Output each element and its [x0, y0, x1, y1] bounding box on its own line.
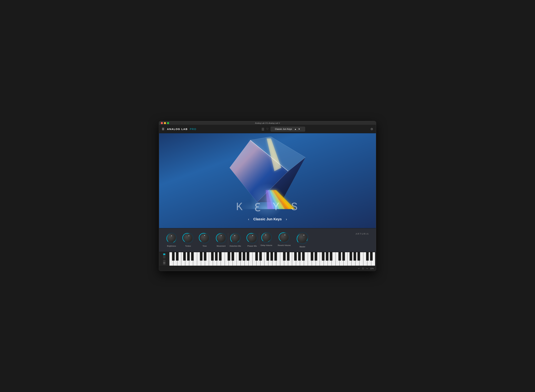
svg-rect-83	[228, 252, 230, 261]
svg-rect-109	[370, 252, 373, 261]
undo-icon[interactable]: ↩	[358, 267, 360, 270]
keys-decorative-text: K Ɛ Y S	[236, 201, 299, 215]
bottom-bar: ↩ ☰ ↪ 10%	[159, 266, 376, 271]
pitch-bend-thumb	[163, 254, 165, 255]
hero-section: K Ɛ Y S ‹ Classic Jun Keys ›	[159, 133, 376, 228]
svg-rect-105	[349, 252, 352, 261]
zoom-level: 10%	[370, 267, 374, 270]
master-knob-container: Master	[296, 232, 309, 248]
timbre-label: Timbre	[185, 245, 191, 247]
mod-wheel-slider[interactable]	[163, 260, 165, 265]
output-knobs-group: Delay Volume Reverb Volume	[261, 232, 309, 248]
master-label: Master	[300, 246, 305, 248]
svg-rect-95	[294, 252, 297, 261]
svg-rect-27	[193, 252, 197, 266]
preset-nav-arrows: ▲ ▼	[294, 128, 301, 131]
svg-rect-99	[315, 252, 317, 261]
keyboard-main	[169, 252, 376, 266]
close-dot[interactable]	[161, 122, 163, 124]
svg-rect-108	[366, 252, 369, 261]
divider-1	[228, 233, 228, 247]
mod-wheel-thumb	[163, 262, 165, 264]
minimize-dot[interactable]	[164, 122, 166, 124]
time-knob[interactable]	[199, 233, 210, 244]
playlist-icon[interactable]: |||	[262, 127, 264, 131]
key-letter-k: K	[236, 201, 244, 215]
svg-rect-78	[200, 252, 203, 261]
svg-rect-91	[270, 252, 273, 261]
svg-rect-82	[219, 252, 222, 261]
menu-list-icon[interactable]: ☰	[362, 267, 364, 270]
divider-2	[259, 233, 259, 247]
svg-rect-89	[259, 252, 262, 261]
distortion-mix-knob[interactable]	[230, 233, 241, 244]
phaser-mix-label: Phaser Mix	[247, 245, 257, 247]
svg-rect-100	[322, 252, 325, 261]
reverb-volume-knob[interactable]	[279, 232, 290, 243]
phaser-mix-knob-container: Phaser Mix	[247, 233, 258, 247]
svg-rect-92	[274, 252, 277, 261]
keyboard-section	[159, 252, 376, 266]
movement-knob-container: Movement	[216, 233, 227, 247]
window-title: Analog Lab V/1-Analog Lab V	[255, 122, 280, 124]
preset-next-button[interactable]: ›	[286, 217, 287, 221]
title-bar: Analog Lab V/1-Analog Lab V	[159, 121, 376, 125]
svg-rect-94	[287, 252, 289, 261]
app-name: ANALOG LAB PRO	[167, 128, 196, 131]
all-controls: Brightness Timbre	[166, 232, 356, 248]
movement-label: Movement	[217, 245, 225, 247]
preset-up-arrow[interactable]: ▲	[294, 128, 297, 131]
svg-rect-102	[330, 252, 332, 261]
delay-volume-knob-container: Delay Volume	[261, 232, 272, 246]
app-subtitle: PRO	[190, 128, 196, 131]
svg-rect-74	[176, 252, 179, 261]
svg-rect-104	[342, 252, 345, 261]
preset-down-arrow[interactable]: ▼	[298, 128, 301, 131]
key-letter-y: Y	[273, 201, 281, 215]
svg-rect-76	[187, 252, 190, 261]
svg-rect-80	[211, 252, 214, 261]
key-letter-s: S	[291, 201, 299, 215]
app-window: Analog Lab V/1-Analog Lab V ☰ ANALOG LAB…	[159, 121, 376, 271]
svg-rect-93	[283, 252, 286, 261]
timbre-knob-container: Timbre	[182, 233, 194, 247]
delay-volume-knob[interactable]	[261, 232, 272, 243]
movement-knob[interactable]	[216, 233, 227, 244]
effect-knobs-group: Distortion Mix Phaser Mix	[230, 233, 258, 247]
key-letter-e: Ɛ	[254, 201, 262, 215]
brightness-knob[interactable]	[166, 233, 177, 244]
svg-rect-81	[215, 252, 218, 261]
arturia-brand-label: ARTURIA	[356, 232, 369, 235]
time-knob-container: Time	[199, 233, 210, 247]
window-controls	[161, 122, 169, 124]
time-label: Time	[203, 245, 207, 247]
hamburger-icon[interactable]: ☰	[162, 127, 164, 131]
svg-rect-86	[243, 252, 245, 261]
svg-rect-96	[298, 252, 301, 261]
settings-icon[interactable]: ⚙	[370, 127, 373, 131]
brightness-label: Brightness	[167, 245, 176, 247]
master-knob[interactable]	[296, 232, 309, 244]
svg-rect-106	[354, 252, 356, 261]
svg-rect-84	[232, 252, 234, 261]
pitch-bend-slider[interactable]	[163, 253, 165, 258]
keyboard-sidebar	[159, 252, 169, 266]
timbre-knob[interactable]	[182, 233, 194, 244]
favorite-icon[interactable]: ♡	[266, 127, 269, 131]
hero-preset-title: Classic Jun Keys	[253, 217, 282, 221]
svg-rect-87	[247, 252, 249, 261]
svg-rect-75	[183, 252, 186, 261]
preset-selector[interactable]: Classic Jun Keys ▲ ▼	[271, 127, 305, 131]
preset-navigation: ‹ Classic Jun Keys ›	[248, 217, 287, 221]
svg-rect-97	[302, 252, 305, 261]
preset-prev-button[interactable]: ‹	[248, 217, 249, 221]
svg-rect-77	[191, 252, 194, 261]
redo-icon[interactable]: ↪	[366, 267, 368, 270]
svg-rect-85	[239, 252, 241, 261]
reverb-volume-label: Reverb Volume	[278, 244, 291, 246]
svg-rect-88	[255, 252, 258, 261]
menu-center: ||| ♡ Classic Jun Keys ▲ ▼	[199, 127, 368, 131]
maximize-dot[interactable]	[167, 122, 169, 124]
svg-rect-101	[326, 252, 328, 261]
phaser-mix-knob[interactable]	[247, 233, 258, 244]
